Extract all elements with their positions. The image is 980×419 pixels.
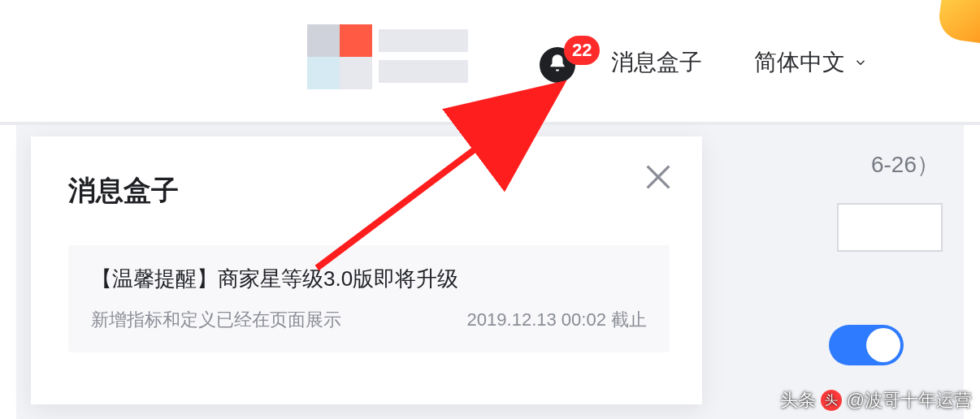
language-label: 简体中文 xyxy=(754,47,845,78)
background-input[interactable] xyxy=(837,203,943,252)
message-subtitle: 新增指标和定义已经在页面展示 xyxy=(91,308,341,332)
popup-title: 消息盒子 xyxy=(68,172,179,210)
close-button[interactable] xyxy=(642,161,674,193)
watermark: 头条 头 @波哥十年运营 xyxy=(780,388,972,413)
message-box-link[interactable]: 消息盒子 xyxy=(611,47,702,78)
background-toggle[interactable] xyxy=(829,325,904,365)
background-date-fragment: 6-26） xyxy=(871,149,939,180)
language-selector[interactable]: 简体中文 xyxy=(754,47,868,78)
notification-count-badge: 22 xyxy=(564,36,600,65)
brand-logo xyxy=(307,24,470,89)
watermark-handle: @波哥十年运营 xyxy=(847,388,972,413)
message-timestamp: 2019.12.13 00:02 截止 xyxy=(467,308,647,332)
watermark-icon: 头 xyxy=(821,390,842,411)
message-box-popup: 消息盒子 【温馨提醒】商家星等级3.0版即将升级 新增指标和定义已经在页面展示 … xyxy=(31,136,702,404)
chevron-down-icon xyxy=(853,50,868,76)
watermark-prefix: 头条 xyxy=(780,388,816,413)
message-card[interactable]: 【温馨提醒】商家星等级3.0版即将升级 新增指标和定义已经在页面展示 2019.… xyxy=(68,245,670,352)
message-title: 【温馨提醒】商家星等级3.0版即将升级 xyxy=(91,265,647,293)
close-icon xyxy=(642,182,674,196)
